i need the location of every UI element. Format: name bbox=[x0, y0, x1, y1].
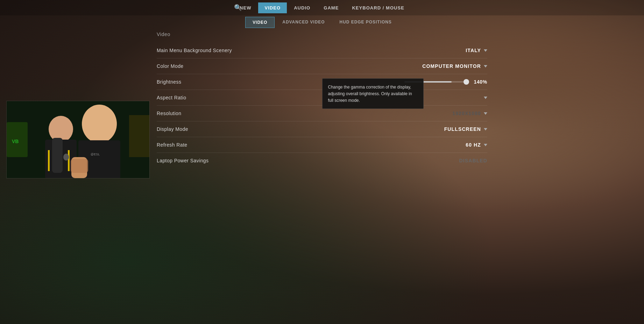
sub-tabs: VIDEO ADVANCED VIDEO HUD EDGE POSITIONS bbox=[0, 15, 644, 29]
setting-label-brightness: Brightness bbox=[157, 79, 181, 85]
setting-row-refresh-rate: Refresh Rate 60 HZ bbox=[157, 137, 487, 153]
thumbnail-inner: VB @ESL bbox=[7, 101, 149, 178]
thumbnail-people: VB @ESL bbox=[7, 101, 150, 178]
svg-text:VB: VB bbox=[12, 139, 19, 144]
top-nav: 🔍 NEW VIDEO AUDIO GAME KEYBOARD / MOUSE bbox=[0, 0, 644, 15]
setting-value-aspect-ratio[interactable] bbox=[484, 97, 487, 99]
nav-items: NEW VIDEO AUDIO GAME KEYBOARD / MOUSE bbox=[233, 2, 411, 13]
brightness-slider-thumb[interactable] bbox=[463, 79, 469, 85]
svg-rect-3 bbox=[129, 115, 150, 157]
nav-item-audio[interactable]: AUDIO bbox=[288, 2, 317, 13]
settings-panel: Video Main Menu Background Scenery ITALY… bbox=[157, 31, 487, 168]
setting-row-laptop-power: Laptop Power Savings DISABLED bbox=[157, 153, 487, 168]
setting-text-color-mode: COMPUTER MONITOR bbox=[422, 63, 481, 69]
setting-label-aspect-ratio: Aspect Ratio bbox=[157, 95, 186, 100]
setting-text-main-menu-bg: ITALY bbox=[466, 48, 481, 53]
chevron-down-icon-6 bbox=[484, 144, 487, 146]
setting-value-resolution[interactable]: 1920x1080 bbox=[452, 111, 487, 116]
setting-text-refresh-rate: 60 HZ bbox=[466, 142, 481, 148]
chevron-down-icon-5 bbox=[484, 128, 487, 131]
setting-label-color-mode: Color Mode bbox=[157, 63, 184, 69]
sub-tab-video[interactable]: VIDEO bbox=[245, 17, 275, 28]
section-title: Video bbox=[157, 31, 487, 37]
setting-label-main-menu-bg: Main Menu Background Scenery bbox=[157, 48, 232, 53]
stream-thumbnail: VB @ESL bbox=[6, 101, 150, 178]
nav-item-video[interactable]: VIDEO bbox=[258, 2, 287, 13]
svg-text:@ESL: @ESL bbox=[91, 153, 100, 156]
svg-rect-6 bbox=[48, 150, 50, 171]
chevron-down-icon-3 bbox=[484, 97, 487, 99]
setting-value-color-mode[interactable]: COMPUTER MONITOR bbox=[422, 63, 487, 69]
setting-row-color-mode: Color Mode COMPUTER MONITOR bbox=[157, 58, 487, 74]
brightness-value: 140% bbox=[472, 79, 487, 85]
nav-item-game[interactable]: GAME bbox=[317, 2, 345, 13]
chevron-down-icon-2 bbox=[484, 65, 487, 68]
setting-value-main-menu-bg[interactable]: ITALY bbox=[466, 48, 487, 53]
setting-row-brightness: Brightness 140% Change the gamma correct… bbox=[157, 74, 487, 90]
chevron-down-icon bbox=[484, 49, 487, 52]
setting-text-resolution: 1920x1080 bbox=[452, 111, 481, 116]
brightness-tooltip: Change the gamma correction of the displ… bbox=[322, 78, 424, 109]
tooltip-text: Change the gamma correction of the displ… bbox=[328, 85, 412, 103]
setting-text-laptop-power: DISABLED bbox=[459, 158, 487, 163]
setting-label-refresh-rate: Refresh Rate bbox=[157, 142, 187, 148]
svg-point-8 bbox=[82, 105, 117, 143]
setting-text-display-mode: FULLSCREEN bbox=[444, 126, 481, 132]
sub-tab-hud-edge[interactable]: HUD EDGE POSITIONS bbox=[333, 17, 399, 28]
svg-point-14 bbox=[63, 154, 69, 161]
svg-rect-12 bbox=[71, 159, 88, 173]
setting-row-display-mode: Display Mode FULLSCREEN bbox=[157, 121, 487, 137]
setting-value-display-mode[interactable]: FULLSCREEN bbox=[444, 126, 487, 132]
setting-label-laptop-power: Laptop Power Savings bbox=[157, 158, 209, 163]
setting-label-display-mode: Display Mode bbox=[157, 126, 188, 132]
setting-value-laptop-power[interactable]: DISABLED bbox=[459, 158, 487, 163]
setting-label-resolution: Resolution bbox=[157, 111, 181, 116]
chevron-down-icon-4 bbox=[484, 112, 487, 115]
setting-value-refresh-rate[interactable]: 60 HZ bbox=[466, 142, 487, 148]
search-icon[interactable]: 🔍 bbox=[231, 1, 245, 14]
nav-item-keyboard-mouse[interactable]: KEYBOARD / MOUSE bbox=[346, 2, 411, 13]
svg-rect-7 bbox=[68, 150, 70, 171]
svg-rect-13 bbox=[52, 138, 63, 173]
sub-tab-advanced-video[interactable]: ADVANCED VIDEO bbox=[275, 17, 332, 28]
setting-row-main-menu-bg: Main Menu Background Scenery ITALY bbox=[157, 43, 487, 58]
